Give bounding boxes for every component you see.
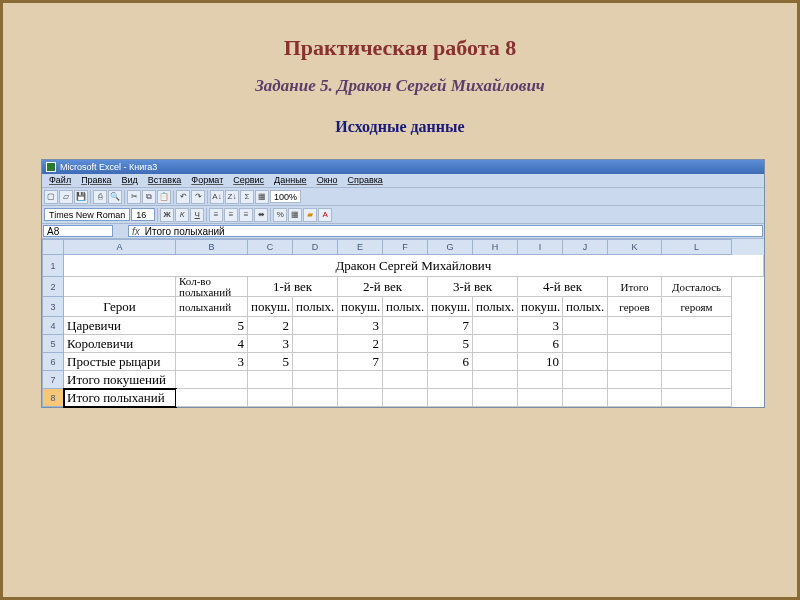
bold-icon[interactable]: Ж (160, 208, 174, 222)
fontcolor-icon[interactable]: A (318, 208, 332, 222)
cell[interactable] (608, 371, 662, 389)
cell[interactable]: 5 (248, 353, 293, 371)
align-center-icon[interactable]: ≡ (224, 208, 238, 222)
cell[interactable] (608, 389, 662, 407)
cell[interactable]: 3 (338, 317, 383, 335)
menu-data[interactable]: Данные (269, 175, 312, 186)
zoom-field[interactable]: 100% (270, 190, 301, 203)
align-left-icon[interactable]: ≡ (209, 208, 223, 222)
cell[interactable]: 3 (248, 335, 293, 353)
cell[interactable] (64, 277, 176, 297)
cell[interactable]: полых. (563, 297, 608, 317)
cell[interactable] (248, 371, 293, 389)
cell[interactable]: Герои (64, 297, 176, 317)
col-header[interactable]: D (293, 239, 338, 255)
cell[interactable]: 3 (176, 353, 248, 371)
merge-icon[interactable]: ⬌ (254, 208, 268, 222)
cell[interactable] (473, 371, 518, 389)
cell[interactable]: 7 (338, 353, 383, 371)
font-size-field[interactable]: 16 (131, 208, 155, 221)
select-all-corner[interactable] (42, 239, 64, 255)
cell[interactable] (662, 353, 732, 371)
cell[interactable] (662, 335, 732, 353)
currency-icon[interactable]: % (273, 208, 287, 222)
col-header[interactable]: H (473, 239, 518, 255)
cell[interactable] (608, 335, 662, 353)
cell[interactable]: 2 (338, 335, 383, 353)
cell[interactable]: 3-й век (428, 277, 518, 297)
spreadsheet-grid[interactable]: A B C D E F G H I J K L 1 Дракон Сергей … (42, 239, 764, 407)
row-header[interactable]: 2 (42, 277, 64, 297)
cell[interactable]: 2-й век (338, 277, 428, 297)
redo-icon[interactable]: ↷ (191, 190, 205, 204)
cell[interactable] (293, 353, 338, 371)
row-header[interactable]: 1 (42, 255, 64, 277)
row-header[interactable]: 3 (42, 297, 64, 317)
menu-help[interactable]: Справка (343, 175, 388, 186)
cell[interactable]: Простые рыцари (64, 353, 176, 371)
col-header[interactable]: K (608, 239, 662, 255)
save-icon[interactable]: 💾 (74, 190, 88, 204)
cell[interactable]: 6 (518, 335, 563, 353)
cell[interactable]: 3 (518, 317, 563, 335)
cell[interactable] (662, 371, 732, 389)
cell[interactable] (338, 389, 383, 407)
cell[interactable]: 1-й век (248, 277, 338, 297)
sort-asc-icon[interactable]: A↓ (210, 190, 224, 204)
cell-selected[interactable]: Итого полыханий (64, 389, 176, 407)
cell[interactable] (518, 389, 563, 407)
cell[interactable] (293, 335, 338, 353)
cell[interactable]: покуш. (428, 297, 473, 317)
cell[interactable] (383, 335, 428, 353)
sum-icon[interactable]: Σ (240, 190, 254, 204)
cell[interactable]: полыханий (176, 297, 248, 317)
menu-window[interactable]: Окно (312, 175, 343, 186)
cell[interactable] (293, 389, 338, 407)
new-icon[interactable]: ▢ (44, 190, 58, 204)
row-header[interactable]: 7 (42, 371, 64, 389)
preview-icon[interactable]: 🔍 (108, 190, 122, 204)
menu-file[interactable]: Файл (44, 175, 76, 186)
align-right-icon[interactable]: ≡ (239, 208, 253, 222)
font-name-field[interactable]: Times New Roman (44, 208, 130, 221)
paste-icon[interactable]: 📋 (157, 190, 171, 204)
cell[interactable]: героям (662, 297, 732, 317)
cell[interactable]: 10 (518, 353, 563, 371)
cell[interactable] (473, 353, 518, 371)
row-header[interactable]: 8 (42, 389, 64, 407)
cell[interactable] (383, 317, 428, 335)
cell[interactable]: покуш. (518, 297, 563, 317)
print-icon[interactable]: ⎙ (93, 190, 107, 204)
underline-icon[interactable]: Ч (190, 208, 204, 222)
cell[interactable] (428, 389, 473, 407)
cell[interactable] (383, 353, 428, 371)
chart-icon[interactable]: ▦ (255, 190, 269, 204)
col-header[interactable]: I (518, 239, 563, 255)
cell[interactable] (608, 353, 662, 371)
copy-icon[interactable]: ⧉ (142, 190, 156, 204)
cell[interactable]: покуш. (248, 297, 293, 317)
menu-format[interactable]: Формат (186, 175, 228, 186)
sort-desc-icon[interactable]: Z↓ (225, 190, 239, 204)
cell[interactable] (473, 389, 518, 407)
cell[interactable]: 4 (176, 335, 248, 353)
row-header[interactable]: 5 (42, 335, 64, 353)
cell[interactable]: Итого покушений (64, 371, 176, 389)
fillcolor-icon[interactable]: ▰ (303, 208, 317, 222)
cell[interactable]: Королевичи (64, 335, 176, 353)
cell[interactable] (176, 371, 248, 389)
col-header[interactable]: E (338, 239, 383, 255)
cell[interactable]: 6 (428, 353, 473, 371)
cell[interactable] (293, 317, 338, 335)
cell[interactable] (563, 317, 608, 335)
cell[interactable] (383, 389, 428, 407)
cell[interactable]: Досталось (662, 277, 732, 297)
menu-edit[interactable]: Правка (76, 175, 116, 186)
cell[interactable] (473, 317, 518, 335)
name-box[interactable]: A8 (43, 225, 113, 237)
cell[interactable] (176, 389, 248, 407)
undo-icon[interactable]: ↶ (176, 190, 190, 204)
menu-tools[interactable]: Сервис (228, 175, 269, 186)
cell[interactable] (248, 389, 293, 407)
cell[interactable]: 2 (248, 317, 293, 335)
